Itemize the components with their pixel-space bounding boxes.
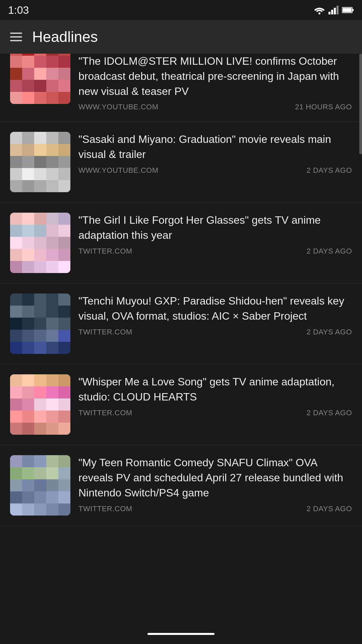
svg-rect-43 bbox=[46, 144, 58, 156]
svg-rect-150 bbox=[22, 479, 34, 491]
svg-rect-76 bbox=[10, 249, 22, 261]
news-source: WWW.YOUTUBE.COM bbox=[78, 103, 158, 111]
svg-rect-95 bbox=[46, 306, 58, 318]
svg-rect-89 bbox=[34, 293, 46, 306]
svg-rect-55 bbox=[10, 180, 22, 192]
svg-rect-64 bbox=[46, 213, 58, 225]
news-thumbnail bbox=[10, 293, 70, 354]
svg-rect-102 bbox=[10, 330, 22, 342]
list-item[interactable]: "My Teen Romantic Comedy SNAFU Climax" O… bbox=[0, 445, 362, 526]
svg-rect-91 bbox=[58, 293, 70, 306]
svg-rect-84 bbox=[46, 261, 58, 273]
svg-rect-11 bbox=[34, 54, 46, 56]
svg-rect-110 bbox=[46, 342, 58, 354]
list-item[interactable]: "Sasaki and Miyano: Graduation" movie re… bbox=[0, 122, 362, 203]
svg-rect-99 bbox=[34, 318, 46, 330]
svg-rect-163 bbox=[58, 503, 70, 516]
svg-rect-85 bbox=[58, 261, 70, 273]
svg-rect-111 bbox=[58, 342, 70, 354]
svg-rect-154 bbox=[10, 491, 22, 503]
svg-rect-97 bbox=[10, 318, 22, 330]
svg-rect-77 bbox=[22, 249, 34, 261]
news-title: "My Teen Romantic Comedy SNAFU Climax" O… bbox=[78, 455, 352, 500]
news-list: "The IDOLM@STER MILLION LIVE! confirms O… bbox=[0, 54, 362, 526]
svg-rect-61 bbox=[10, 213, 22, 225]
svg-rect-35 bbox=[10, 132, 22, 144]
svg-rect-79 bbox=[46, 249, 58, 261]
svg-rect-105 bbox=[46, 330, 58, 342]
svg-rect-72 bbox=[22, 237, 34, 249]
svg-rect-19 bbox=[10, 68, 22, 80]
svg-rect-51 bbox=[22, 168, 34, 180]
scrollbar[interactable] bbox=[359, 54, 362, 154]
svg-rect-135 bbox=[34, 423, 46, 435]
news-time: 2 DAYS AGO bbox=[307, 504, 352, 513]
svg-rect-131 bbox=[46, 411, 58, 423]
news-time: 2 DAYS AGO bbox=[307, 166, 352, 175]
svg-rect-65 bbox=[58, 213, 70, 225]
svg-rect-26 bbox=[34, 80, 46, 92]
svg-rect-126 bbox=[46, 398, 58, 411]
news-source: TWITTER.COM bbox=[78, 504, 132, 513]
svg-rect-57 bbox=[34, 180, 46, 192]
svg-rect-17 bbox=[46, 56, 58, 68]
svg-rect-123 bbox=[10, 398, 22, 411]
svg-rect-104 bbox=[34, 330, 46, 342]
news-meta: TWITTER.COM 2 DAYS AGO bbox=[78, 504, 352, 513]
status-bar: 1:03 bbox=[0, 0, 362, 20]
svg-rect-37 bbox=[34, 132, 46, 144]
svg-rect-147 bbox=[46, 467, 58, 479]
svg-rect-50 bbox=[10, 168, 22, 180]
svg-rect-152 bbox=[46, 479, 58, 491]
svg-rect-10 bbox=[22, 54, 34, 56]
svg-rect-161 bbox=[34, 503, 46, 516]
svg-rect-116 bbox=[46, 374, 58, 386]
svg-rect-80 bbox=[58, 249, 70, 261]
svg-rect-141 bbox=[34, 455, 46, 467]
svg-rect-114 bbox=[22, 374, 34, 386]
svg-rect-142 bbox=[46, 455, 58, 467]
news-meta: WWW.YOUTUBE.COM 2 DAYS AGO bbox=[78, 166, 352, 175]
svg-rect-160 bbox=[22, 503, 34, 516]
list-item[interactable]: "The IDOLM@STER MILLION LIVE! confirms O… bbox=[0, 54, 362, 122]
svg-rect-45 bbox=[10, 156, 22, 168]
news-title: "The IDOLM@STER MILLION LIVE! confirms O… bbox=[78, 54, 352, 99]
svg-rect-58 bbox=[46, 180, 58, 192]
news-time: 2 DAYS AGO bbox=[307, 247, 352, 256]
news-content: "Whisper Me a Love Song" gets TV anime a… bbox=[78, 374, 352, 417]
svg-rect-15 bbox=[22, 56, 34, 68]
svg-rect-21 bbox=[34, 68, 46, 80]
svg-rect-140 bbox=[22, 455, 34, 467]
svg-rect-42 bbox=[34, 144, 46, 156]
list-item[interactable]: "The Girl I Like Forgot Her Glasses" get… bbox=[0, 203, 362, 283]
svg-rect-144 bbox=[10, 467, 22, 479]
svg-rect-159 bbox=[10, 503, 22, 516]
list-item[interactable]: "Tenchi Muyou! GXP: Paradise Shidou-hen"… bbox=[0, 283, 362, 364]
news-meta: WWW.YOUTUBE.COM 21 HOURS AGO bbox=[78, 103, 352, 111]
bottom-bar bbox=[0, 624, 362, 644]
status-icons bbox=[314, 6, 354, 14]
svg-rect-133 bbox=[10, 423, 22, 435]
svg-rect-36 bbox=[22, 132, 34, 144]
svg-rect-98 bbox=[22, 318, 34, 330]
svg-rect-47 bbox=[34, 156, 46, 168]
svg-rect-59 bbox=[58, 180, 70, 192]
news-meta: TWITTER.COM 2 DAYS AGO bbox=[78, 328, 352, 336]
status-time: 1:03 bbox=[8, 4, 29, 16]
svg-rect-6 bbox=[352, 9, 354, 11]
news-source: TWITTER.COM bbox=[78, 409, 132, 417]
svg-rect-107 bbox=[10, 342, 22, 354]
svg-rect-153 bbox=[58, 479, 70, 491]
svg-rect-155 bbox=[22, 491, 34, 503]
svg-rect-28 bbox=[58, 80, 70, 92]
svg-rect-62 bbox=[22, 213, 34, 225]
svg-rect-56 bbox=[22, 180, 34, 192]
menu-button[interactable] bbox=[10, 33, 22, 41]
list-item[interactable]: "Whisper Me a Love Song" gets TV anime a… bbox=[0, 364, 362, 445]
svg-rect-93 bbox=[22, 306, 34, 318]
svg-rect-96 bbox=[58, 306, 70, 318]
news-title: "Whisper Me a Love Song" gets TV anime a… bbox=[78, 374, 352, 405]
page-title: Headlines bbox=[32, 29, 98, 45]
svg-rect-13 bbox=[58, 54, 70, 56]
svg-rect-148 bbox=[58, 467, 70, 479]
